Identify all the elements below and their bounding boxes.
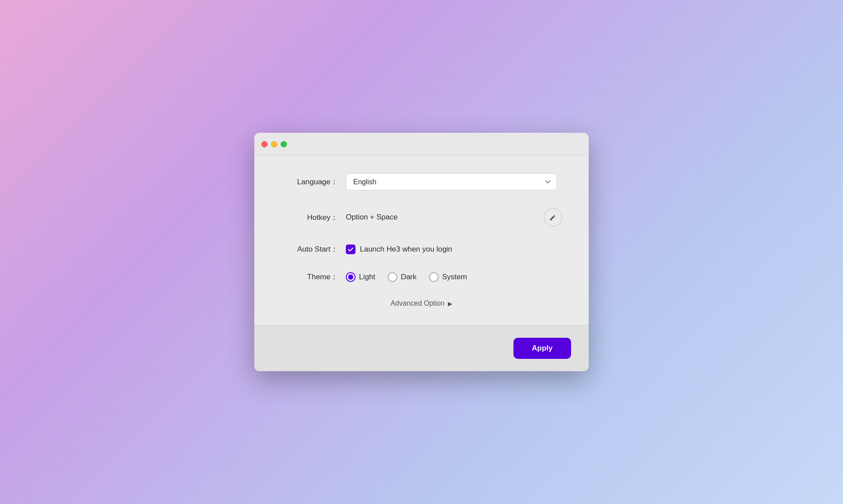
auto-start-text: Launch He3 when you login bbox=[360, 245, 452, 254]
radio-selected-dot bbox=[348, 274, 353, 280]
traffic-lights bbox=[261, 141, 287, 147]
theme-label: Theme： bbox=[281, 272, 338, 282]
edit-hotkey-button[interactable] bbox=[544, 208, 562, 226]
auto-start-row: Auto Start： Launch He3 when you login bbox=[281, 244, 562, 254]
theme-dark-label: Dark bbox=[401, 273, 417, 281]
close-button[interactable] bbox=[261, 141, 268, 147]
hotkey-value: Option + Space bbox=[346, 213, 544, 222]
theme-row: Theme： Light Dark System bbox=[281, 272, 562, 282]
auto-start-checkbox[interactable]: Launch He3 when you login bbox=[346, 245, 452, 254]
theme-light-label: Light bbox=[359, 273, 375, 281]
advanced-option-text: Advanced Option bbox=[391, 299, 445, 307]
theme-light-radio bbox=[346, 272, 356, 282]
pencil-icon bbox=[549, 213, 557, 221]
settings-panel: Language： English Chinese Japanese Korea… bbox=[254, 156, 589, 325]
settings-window: Language： English Chinese Japanese Korea… bbox=[254, 133, 589, 371]
theme-options: Light Dark System bbox=[346, 272, 467, 282]
checkbox-checked-icon bbox=[346, 245, 356, 254]
theme-system-radio bbox=[429, 272, 439, 282]
theme-dark-option[interactable]: Dark bbox=[388, 272, 417, 282]
theme-system-label: System bbox=[442, 273, 467, 281]
maximize-button[interactable] bbox=[281, 141, 287, 147]
theme-dark-radio bbox=[388, 272, 397, 282]
theme-light-option[interactable]: Light bbox=[346, 272, 375, 282]
footer-panel: Apply bbox=[254, 325, 589, 371]
auto-start-label: Auto Start： bbox=[281, 244, 338, 254]
language-label: Language： bbox=[281, 177, 338, 187]
advanced-option-row[interactable]: Advanced Option ▶ bbox=[281, 299, 562, 307]
language-row: Language： English Chinese Japanese Korea… bbox=[281, 173, 562, 190]
checkmark-icon bbox=[348, 246, 354, 252]
hotkey-row: Hotkey： Option + Space bbox=[281, 208, 562, 226]
theme-system-option[interactable]: System bbox=[429, 272, 467, 282]
advanced-option-arrow-icon: ▶ bbox=[448, 300, 452, 307]
minimize-button[interactable] bbox=[271, 141, 277, 147]
hotkey-label: Hotkey： bbox=[281, 212, 338, 223]
apply-button[interactable]: Apply bbox=[513, 338, 571, 359]
language-select[interactable]: English Chinese Japanese Korean French G… bbox=[346, 173, 557, 190]
titlebar bbox=[254, 133, 589, 156]
